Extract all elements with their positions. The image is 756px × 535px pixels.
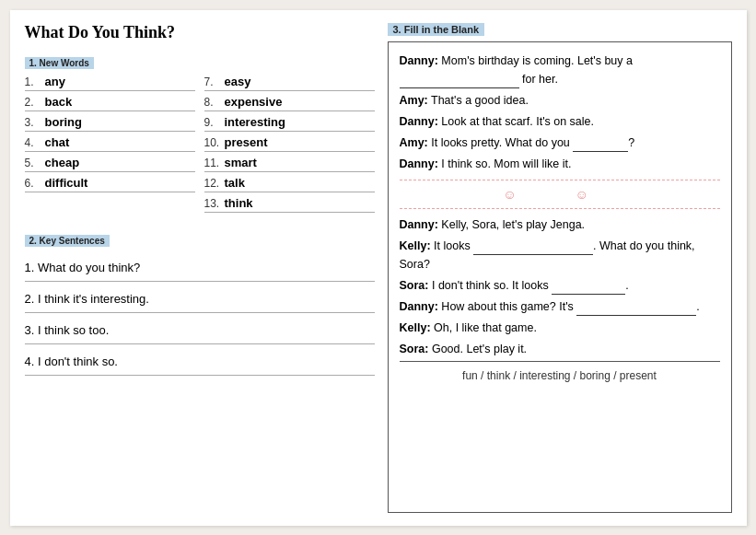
dialog-line: Danny: Look at that scarf. It's on sale. bbox=[400, 112, 720, 131]
speaker: Danny: bbox=[400, 300, 438, 313]
word-bank-text: fun / think / interesting / boring / pre… bbox=[462, 369, 657, 382]
word-item: 9.interesting bbox=[204, 113, 375, 132]
section1: 1. New Words 1.any 2.back 3.boring 4.cha… bbox=[25, 55, 375, 218]
dialog-text: That's a good idea. bbox=[431, 94, 529, 107]
sentence-item: 4. I don't think so. bbox=[25, 350, 375, 376]
word-item: 7.easy bbox=[204, 73, 375, 91]
dialog-line: Kelly: It looks . What do you think, Sor… bbox=[400, 237, 720, 273]
dialog-text: Good. Let's play it. bbox=[432, 343, 527, 355]
word-item: 8.expensive bbox=[204, 93, 375, 111]
word-item: 3.boring bbox=[25, 113, 195, 132]
word-item: 13.think bbox=[204, 194, 375, 213]
dialog-line: Danny: Mom's birthday is coming. Let's b… bbox=[400, 52, 720, 88]
dialog-text: Look at that scarf. It's on sale. bbox=[441, 115, 594, 128]
word-item: 5.cheap bbox=[25, 154, 195, 172]
speaker: Amy: bbox=[400, 94, 428, 107]
dialog-line: Sora: I don't think so. It looks . bbox=[400, 276, 720, 295]
dialog-line: Amy: That's a good idea. bbox=[400, 91, 720, 110]
dialog-text: It looks pretty. What do you ? bbox=[431, 136, 634, 149]
words-right: 7.easy 8.expensive 9.interesting 10.pres… bbox=[204, 73, 375, 213]
word-item: 2.back bbox=[25, 93, 195, 111]
blank[interactable] bbox=[573, 139, 628, 152]
speaker: Danny: bbox=[400, 218, 438, 231]
dialog-line: Amy: It looks pretty. What do you ? bbox=[400, 134, 720, 152]
dialog-text: Oh, I like that game. bbox=[434, 321, 537, 334]
speaker: Sora: bbox=[400, 279, 429, 292]
dialog-text: Kelly, Sora, let's play Jenga. bbox=[441, 218, 585, 231]
page: What Do You Think? 1. New Words 1.any 2.… bbox=[10, 10, 747, 526]
speaker: Kelly: bbox=[400, 239, 431, 252]
section3-label: 3. Fill in the Blank bbox=[388, 23, 485, 36]
section-divider: ☺ ☺ bbox=[400, 180, 720, 209]
dialog-text: It looks . What do you think, Sora? bbox=[400, 239, 695, 271]
section1-label: 1. New Words bbox=[25, 57, 94, 69]
dialog-line: Kelly: Oh, I like that game. bbox=[400, 319, 720, 337]
speaker: Danny: bbox=[400, 115, 438, 128]
words-left: 1.any 2.back 3.boring 4.chat 5.cheap 6.d… bbox=[25, 73, 195, 213]
dialog-box: Danny: Mom's birthday is coming. Let's b… bbox=[388, 41, 732, 513]
word-item: 11.smart bbox=[204, 154, 375, 172]
left-column: What Do You Think? 1. New Words 1.any 2.… bbox=[25, 23, 375, 513]
blank[interactable] bbox=[473, 242, 593, 255]
speaker: Danny: bbox=[400, 157, 438, 170]
right-column: 3. Fill in the Blank Danny: Mom's birthd… bbox=[388, 23, 732, 513]
blank[interactable] bbox=[552, 282, 625, 295]
speaker: Amy: bbox=[400, 136, 428, 149]
word-bank: fun / think / interesting / boring / pre… bbox=[400, 361, 720, 385]
speaker: Danny: bbox=[400, 54, 438, 67]
word-item: 4.chat bbox=[25, 134, 195, 152]
sentence-item: 1. What do you think? bbox=[25, 256, 375, 282]
dialog-text: I don't think so. It looks . bbox=[432, 279, 629, 292]
word-item: 12.talk bbox=[204, 174, 375, 192]
section2: 2. Key Sentences 1. What do you think? 2… bbox=[25, 233, 375, 381]
speaker: Kelly: bbox=[400, 321, 431, 334]
word-item: 6.difficult bbox=[25, 174, 195, 192]
word-item: 10.present bbox=[204, 134, 375, 152]
blank[interactable] bbox=[576, 303, 696, 316]
speaker: Sora: bbox=[400, 343, 429, 355]
word-item: 1.any bbox=[25, 73, 195, 91]
section3-header: 3. Fill in the Blank bbox=[388, 23, 732, 36]
blank[interactable] bbox=[400, 76, 519, 88]
dialog-text: How about this game? It's . bbox=[441, 300, 699, 313]
sentence-item: 2. I think it's interesting. bbox=[25, 287, 375, 313]
dialog-text: I think so. Mom will like it. bbox=[441, 157, 571, 170]
dialog-line: Danny: Kelly, Sora, let's play Jenga. bbox=[400, 215, 720, 234]
dialog-line: Danny: I think so. Mom will like it. bbox=[400, 155, 720, 173]
words-grid: 1.any 2.back 3.boring 4.chat 5.cheap 6.d… bbox=[25, 73, 375, 213]
page-title: What Do You Think? bbox=[25, 23, 375, 42]
dialog-line: Sora: Good. Let's play it. bbox=[400, 340, 720, 358]
dialog-line: Danny: How about this game? It's . bbox=[400, 297, 720, 316]
section2-label: 2. Key Sentences bbox=[25, 235, 110, 247]
sentence-item: 3. I think so too. bbox=[25, 319, 375, 344]
